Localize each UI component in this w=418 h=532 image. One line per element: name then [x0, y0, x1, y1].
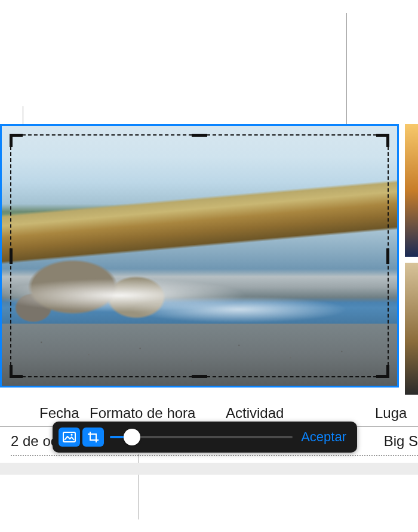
mode-crop-button[interactable]: [82, 428, 104, 447]
cell-place[interactable]: Big S: [384, 433, 418, 450]
photo-content-foam: [2, 276, 397, 323]
mode-group: [59, 428, 104, 447]
row-dotted-underline: [11, 455, 418, 456]
cell-date[interactable]: 2 de oc: [0, 433, 58, 450]
thumbnail-next-top[interactable]: [405, 124, 418, 257]
column-header-activity[interactable]: Actividad: [226, 405, 375, 422]
zoom-slider[interactable]: [110, 428, 293, 447]
photo-row: [0, 124, 418, 395]
column-header-time[interactable]: Formato de hora: [90, 405, 226, 422]
column-header-date[interactable]: Fecha: [0, 405, 90, 422]
selected-photo[interactable]: [0, 124, 399, 388]
slider-thumb[interactable]: [124, 429, 140, 445]
svg-point-1: [70, 434, 72, 436]
accept-button[interactable]: Aceptar: [299, 427, 349, 447]
thumbnail-next-bottom[interactable]: [405, 263, 418, 395]
photo-content-pebbles: [2, 324, 397, 386]
adjacent-thumbnails: [405, 124, 418, 395]
crop-icon: [87, 431, 99, 443]
svg-rect-0: [63, 432, 75, 442]
crop-toolbar: Aceptar: [53, 422, 357, 453]
bottom-band: [0, 463, 418, 475]
mode-photo-button[interactable]: [59, 428, 80, 447]
photo-icon: [63, 432, 76, 442]
column-header-place[interactable]: Luga: [375, 405, 418, 422]
